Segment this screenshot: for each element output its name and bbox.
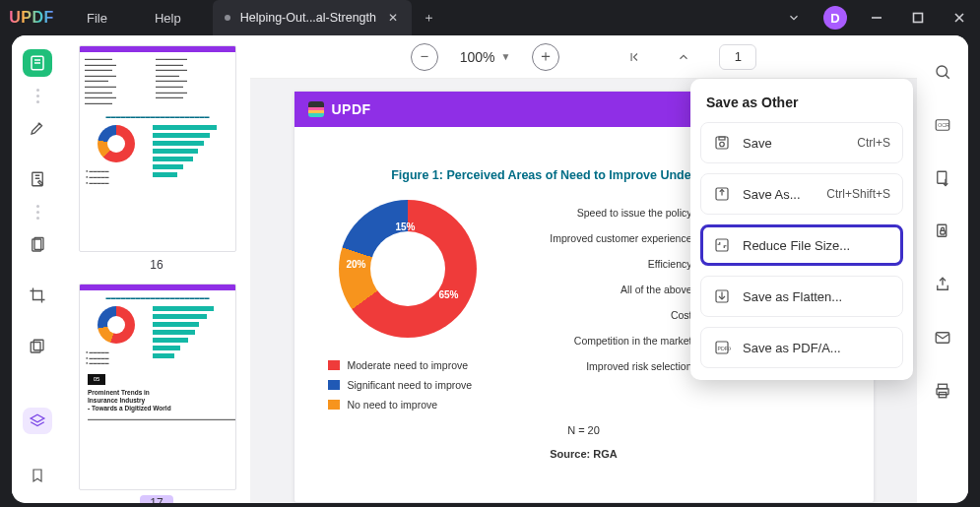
thumbnails-panel: ▬▬▬▬▬▬▬▬▬▬▬▬▬▬▬▬▬▬▬▬▬▬▬▬▬▬▬▬▬▬▬▬▬▬▬▬▬▬▬▬… <box>63 35 250 503</box>
legend-swatch-icon <box>328 380 340 390</box>
svg-rect-19 <box>716 239 728 251</box>
menu-save-pdfa[interactable]: PDF/A Save as PDF/A... <box>700 327 903 368</box>
zoom-value: 100% <box>460 49 495 65</box>
bar-label: Improved customer experience <box>529 232 696 244</box>
bar-label: Speed to issue the policy <box>529 207 696 219</box>
page-thumbnail-16[interactable]: ▬▬▬▬▬▬▬▬▬▬▬▬▬▬▬▬▬▬▬▬▬▬▬▬▬▬▬▬▬▬▬▬▬▬▬▬▬▬▬▬… <box>79 45 236 252</box>
zoom-select[interactable]: 100% ▼ <box>460 49 511 65</box>
reduce-icon <box>713 236 731 254</box>
page-input[interactable]: 1 <box>719 44 756 70</box>
svg-rect-16 <box>719 137 725 140</box>
protect-button[interactable] <box>928 217 957 246</box>
menu-bar: File Help <box>63 0 205 35</box>
tab-close-icon[interactable]: ✕ <box>386 11 400 25</box>
crop-tool-button[interactable] <box>23 283 52 310</box>
app-logo-wrap: UPDF <box>0 9 63 27</box>
organize-tool-button[interactable] <box>23 231 52 259</box>
sample-size: N = 20 <box>314 424 854 436</box>
layers-button[interactable] <box>23 408 52 435</box>
first-page-button[interactable] <box>621 43 648 71</box>
figure-source: Source: RGA <box>314 448 854 460</box>
document-tab[interactable]: Helping-Out...al-Strength ✕ <box>213 0 412 35</box>
section-tag: 05 <box>88 374 105 385</box>
left-toolbar <box>12 35 63 503</box>
legend-swatch-icon <box>328 360 340 370</box>
menu-item-label: Save as Flatten... <box>743 289 842 304</box>
flatten-icon <box>713 287 731 305</box>
email-button[interactable] <box>928 323 957 352</box>
menu-save[interactable]: Save Ctrl+S <box>700 122 903 163</box>
bookmark-button[interactable] <box>23 462 52 489</box>
donut-label: 15% <box>396 222 416 232</box>
convert-button[interactable] <box>928 163 957 193</box>
section-heading: Prominent Trends in <box>88 389 228 397</box>
app-shell: ▬▬▬▬▬▬▬▬▬▬▬▬▬▬▬▬▬▬▬▬▬▬▬▬▬▬▬▬▬▬▬▬▬▬▬▬▬▬▬▬… <box>12 35 968 503</box>
donut-chart: 65% 15% 20% <box>339 200 477 338</box>
share-button[interactable] <box>928 270 957 299</box>
save-as-icon <box>713 185 731 203</box>
user-avatar[interactable]: D <box>815 0 856 35</box>
brand-mark-icon <box>308 101 324 117</box>
ocr-button[interactable]: OCR <box>928 110 957 140</box>
menu-item-label: Save <box>743 136 772 151</box>
page-thumbnail-17[interactable]: ▬▬▬▬▬▬▬▬▬▬▬▬▬▬▬▬▬▬▬▬▬ ● ▬▬▬▬▬● ▬▬▬▬▬● ▬▬… <box>79 284 236 490</box>
batch-tool-button[interactable] <box>23 333 52 360</box>
edit-tool-button[interactable] <box>23 165 52 193</box>
legend-label: Moderate need to improve <box>348 359 469 371</box>
svg-rect-1 <box>914 14 923 23</box>
svg-point-24 <box>937 66 947 77</box>
svg-point-15 <box>720 142 725 147</box>
toolbar-separator-icon <box>36 89 39 103</box>
zoom-out-button[interactable]: － <box>411 43 438 71</box>
svg-line-25 <box>946 75 949 79</box>
svg-text:PDF/A: PDF/A <box>718 346 732 351</box>
tab-add-button[interactable]: ＋ <box>412 0 447 35</box>
thumbnail-pagenum-17: 17 <box>79 496 234 503</box>
save-as-other-menu: Save as Other Save Ctrl+S Save As... Ctr… <box>690 79 913 380</box>
menu-item-shortcut: Ctrl+S <box>857 136 890 150</box>
svg-rect-7 <box>33 172 43 186</box>
menu-item-shortcut: Ctrl+Shift+S <box>826 187 890 201</box>
toolbar-separator-icon <box>36 205 39 220</box>
chart-legend: Moderate need to improve Significant nee… <box>314 359 473 411</box>
pdfa-icon: PDF/A <box>713 339 731 356</box>
titlebar: UPDF File Help Helping-Out...al-Strength… <box>0 0 980 35</box>
tab-dropdown-button[interactable] <box>773 0 815 35</box>
legend-label: Significant need to improve <box>348 379 473 391</box>
svg-rect-31 <box>941 230 946 234</box>
donut-label: 20% <box>347 259 366 270</box>
menu-file[interactable]: File <box>63 0 131 35</box>
tab-indicator-icon <box>225 15 230 21</box>
menu-reduce-file-size[interactable]: Reduce File Size... <box>700 224 903 266</box>
search-button[interactable] <box>928 57 957 87</box>
menu-save-flatten[interactable]: Save as Flatten... <box>700 276 903 317</box>
bar-label: Cost <box>529 309 696 321</box>
menu-item-label: Reduce File Size... <box>743 238 850 253</box>
legend-swatch-icon <box>328 400 340 410</box>
viewer: － 100% ▼ ＋ 1 Save as Other Save Ctrl+S S… <box>250 35 917 503</box>
menu-item-label: Save as PDF/A... <box>743 341 841 355</box>
window-maximize-button[interactable] <box>897 0 939 35</box>
window-minimize-button[interactable] <box>856 0 897 35</box>
right-toolbar: OCR <box>917 35 968 503</box>
svg-marker-12 <box>31 414 44 422</box>
print-button[interactable] <box>928 376 957 406</box>
bar-label: Improved risk selection <box>529 360 696 372</box>
legend-label: No need to improve <box>348 399 438 411</box>
reader-mode-button[interactable] <box>23 49 52 77</box>
donut-label: 65% <box>438 289 458 300</box>
thumbnail-pagenum-16: 16 <box>79 258 234 272</box>
menu-save-as[interactable]: Save As... Ctrl+Shift+S <box>700 173 903 215</box>
zoom-in-button[interactable]: ＋ <box>532 43 559 71</box>
bar-label: All of the above <box>529 284 696 295</box>
brand-name: UPDF <box>332 101 371 117</box>
menu-help[interactable]: Help <box>131 0 205 35</box>
window-close-button[interactable] <box>939 0 980 35</box>
prev-page-button[interactable] <box>670 43 697 71</box>
section-heading: - Towards a Digitized World <box>88 405 228 412</box>
highlight-tool-button[interactable] <box>23 115 52 143</box>
svg-text:OCR: OCR <box>938 122 949 128</box>
menu-title: Save as Other <box>700 89 903 122</box>
section-heading: Insurance Industry <box>88 397 228 405</box>
bar-label: Efficiency <box>529 258 696 270</box>
